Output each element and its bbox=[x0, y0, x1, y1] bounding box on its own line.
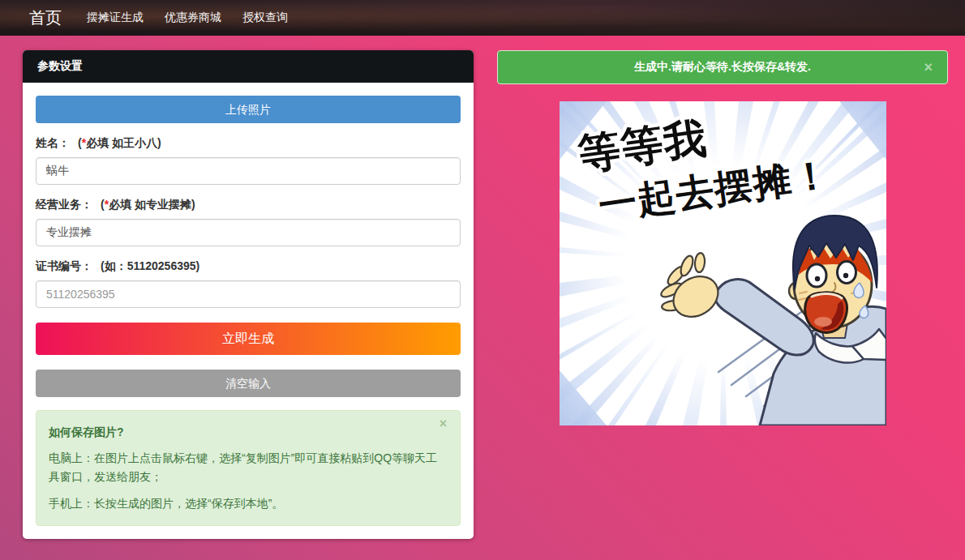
banner-close-icon[interactable]: × bbox=[919, 59, 937, 75]
clear-input-button[interactable]: 清空输入 bbox=[36, 370, 461, 397]
nav-item-license-query[interactable]: 授权查询 bbox=[232, 11, 298, 25]
business-input[interactable] bbox=[36, 219, 461, 246]
nav-brand-home[interactable]: 首页 bbox=[29, 7, 62, 29]
page-content: 参数设置 上传照片 姓名：(*必填 如王小八) 经营业务：(*必填 如专业摆摊)… bbox=[0, 36, 965, 539]
settings-panel: 参数设置 上传照片 姓名：(*必填 如王小八) 经营业务：(*必填 如专业摆摊)… bbox=[23, 50, 474, 539]
help-title: 如何保存图片? bbox=[49, 423, 448, 442]
business-label: 经营业务：(*必填 如专业摆摊) bbox=[36, 198, 461, 212]
nav-item-coupon-mall[interactable]: 优惠券商城 bbox=[154, 11, 232, 25]
cert-number-label: 证书编号：(如：51120256395) bbox=[36, 259, 461, 274]
status-banner-text: 生成中.请耐心等待.长按保存&转发. bbox=[634, 60, 811, 73]
navbar: 首页 摆摊证生成 优惠券商城 授权查询 bbox=[0, 0, 965, 36]
name-label: 姓名：(*必填 如王小八) bbox=[36, 136, 461, 151]
cert-number-input[interactable] bbox=[36, 280, 461, 308]
name-field-group: 姓名：(*必填 如王小八) bbox=[36, 136, 461, 185]
help-text-pc: 电脑上：在图片上点击鼠标右键，选择“复制图片”即可直接粘贴到QQ等聊天工具窗口，… bbox=[49, 449, 448, 486]
status-banner: 生成中.请耐心等待.长按保存&转发. × bbox=[497, 50, 948, 84]
panel-title: 参数设置 bbox=[23, 50, 474, 83]
generated-image[interactable]: 等等我 一起去摆摊！ bbox=[560, 101, 886, 425]
business-field-group: 经营业务：(*必填 如专业摆摊) bbox=[36, 198, 461, 246]
help-text-mobile: 手机上：长按生成的图片，选择“保存到本地”。 bbox=[49, 494, 448, 513]
help-box: × 如何保存图片? 电脑上：在图片上点击鼠标右键，选择“复制图片”即可直接粘贴到… bbox=[36, 410, 461, 526]
nav-item-certificate-generator[interactable]: 摆摊证生成 bbox=[76, 11, 154, 25]
meme-canvas: 等等我 一起去摆摊！ bbox=[560, 101, 886, 425]
cert-number-field-group: 证书编号：(如：51120256395) bbox=[36, 259, 461, 308]
generate-button[interactable]: 立即生成 bbox=[36, 323, 461, 355]
help-close-icon[interactable]: × bbox=[435, 417, 452, 431]
name-input[interactable] bbox=[36, 157, 461, 185]
upload-photo-button[interactable]: 上传照片 bbox=[36, 96, 461, 123]
result-column: 生成中.请耐心等待.长按保存&转发. × bbox=[497, 50, 948, 425]
